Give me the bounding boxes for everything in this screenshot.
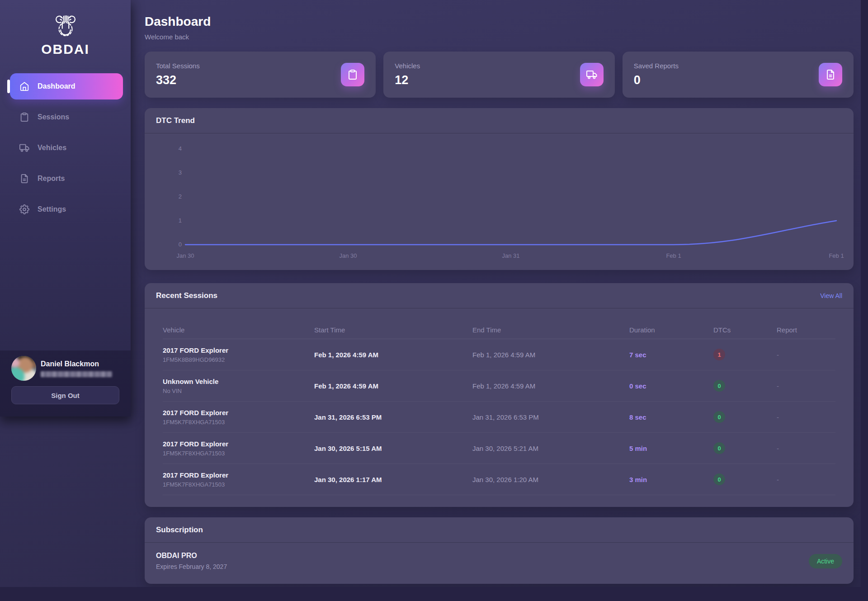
svg-text:Jan 30: Jan 30 — [176, 252, 194, 259]
sidebar-item-dashboard[interactable]: Dashboard — [10, 73, 123, 99]
sessions-table: VehicleStart TimeEnd TimeDurationDTCsRep… — [145, 321, 854, 495]
file-icon — [19, 174, 29, 184]
vehicle-name: 2017 FORD Explorer — [163, 471, 314, 479]
stat-icon-box — [580, 63, 604, 86]
duration: 3 min — [629, 476, 713, 483]
session-row[interactable]: 2017 FORD Explorer1FM5K7F8XHGA71503Jan 3… — [163, 433, 835, 464]
user-name: Daniel Blackmon — [41, 360, 112, 368]
session-row[interactable]: 2017 FORD Explorer1FM5K7F8XHGA71503Jan 3… — [163, 464, 835, 495]
gear-icon — [19, 204, 29, 214]
svg-text:2: 2 — [179, 193, 182, 200]
clipboard-icon — [19, 112, 29, 122]
sessions-table-body: 2017 FORD Explorer1FM5K8B89HGD96932Feb 1… — [163, 339, 835, 495]
start-time: Feb 1, 2026 4:59 AM — [314, 351, 472, 359]
sidebar-item-label: Sessions — [38, 113, 69, 121]
truck-icon — [19, 143, 29, 153]
end-time: Feb 1, 2026 4:59 AM — [472, 382, 629, 390]
sidebar-item-vehicles[interactable]: Vehicles — [10, 135, 123, 161]
dtc-count-badge: 1 — [713, 349, 725, 360]
start-time: Feb 1, 2026 4:59 AM — [314, 382, 472, 390]
stat-value: 0 — [634, 73, 679, 87]
dtc-count-badge: 0 — [713, 380, 725, 392]
stat-label: Total Sessions — [156, 62, 200, 70]
dtc-count-badge: 0 — [713, 411, 725, 423]
sign-out-button[interactable]: Sign Out — [11, 386, 119, 404]
vehicle-vin: 1FM5K8B89HGD96932 — [163, 356, 314, 363]
subscription-plan: OBDAI PRO — [156, 552, 227, 560]
duration: 0 sec — [629, 382, 713, 390]
dtc-trend-card: DTC Trend 01234Jan 30Jan 30Jan 31Feb 1Fe… — [145, 108, 854, 270]
svg-text:0: 0 — [179, 241, 182, 248]
sidebar-item-label: Vehicles — [38, 144, 66, 152]
sessions-table-header: VehicleStart TimeEnd TimeDurationDTCsRep… — [163, 321, 835, 339]
duration: 5 min — [629, 445, 713, 452]
stat-card-vehicles: Vehicles12 — [383, 52, 614, 98]
sidebar-item-settings[interactable]: Settings — [10, 196, 123, 222]
main-content: Dashboard Welcome back Total Sessions332… — [131, 0, 861, 587]
logo: OBDAI — [0, 0, 131, 57]
report-cell: - — [777, 445, 835, 452]
avatar — [11, 356, 36, 381]
page-title: Dashboard — [145, 14, 854, 29]
line-chart: 01234Jan 30Jan 30Jan 31Feb 1Feb 1 — [145, 134, 854, 270]
sidebar-item-label: Reports — [38, 175, 65, 183]
svg-text:Feb 1: Feb 1 — [829, 252, 844, 259]
sessions-title: Recent Sessions — [156, 291, 217, 300]
report-cell: - — [777, 413, 835, 421]
session-row[interactable]: 2017 FORD Explorer1FM5K7F8XHGA71503Jan 3… — [163, 402, 835, 433]
session-row[interactable]: 2017 FORD Explorer1FM5K8B89HGD96932Feb 1… — [163, 339, 835, 370]
session-row[interactable]: Unknown VehicleNo VINFeb 1, 2026 4:59 AM… — [163, 370, 835, 402]
home-icon — [19, 81, 29, 91]
view-all-link[interactable]: View All — [820, 292, 842, 299]
subscription-expiry: Expires February 8, 2027 — [156, 563, 227, 570]
start-time: Jan 30, 2026 5:15 AM — [314, 445, 472, 452]
vehicle-vin: 1FM5K7F8XHGA71503 — [163, 450, 314, 457]
stat-label: Vehicles — [395, 62, 420, 70]
svg-text:1: 1 — [179, 217, 182, 224]
obdai-logo-icon — [52, 14, 79, 40]
subscription-card: Subscription OBDAI PRO Expires February … — [145, 517, 854, 584]
end-time: Jan 30, 2026 1:20 AM — [472, 476, 629, 483]
vehicle-vin: No VIN — [163, 388, 314, 394]
sidebar-item-reports[interactable]: Reports — [10, 166, 123, 192]
svg-text:3: 3 — [179, 169, 182, 176]
column-header-duration: Duration — [629, 326, 713, 334]
recent-sessions-card: Recent Sessions View All VehicleStart Ti… — [145, 283, 854, 507]
vehicle-name: 2017 FORD Explorer — [163, 409, 314, 416]
column-header-start-time: Start Time — [314, 326, 472, 334]
svg-text:Jan 31: Jan 31 — [502, 252, 519, 259]
stat-value: 332 — [156, 73, 200, 87]
stat-icon-box — [819, 63, 842, 86]
svg-text:Jan 30: Jan 30 — [339, 252, 357, 259]
dtc-count-badge: 0 — [713, 473, 725, 485]
stat-value: 12 — [395, 73, 420, 87]
vehicle-name: 2017 FORD Explorer — [163, 440, 314, 448]
sidebar-item-sessions[interactable]: Sessions — [10, 104, 123, 130]
column-header-report: Report — [777, 326, 835, 334]
column-header-vehicle: Vehicle — [163, 326, 314, 334]
vehicle-vin: 1FM5K7F8XHGA71503 — [163, 481, 314, 488]
stat-card-total-sessions: Total Sessions332 — [145, 52, 376, 98]
file-icon — [825, 69, 836, 80]
report-cell: - — [777, 351, 835, 359]
column-header-dtcs: DTCs — [713, 326, 777, 334]
duration: 7 sec — [629, 351, 713, 359]
report-cell: - — [777, 476, 835, 483]
stat-cards: Total Sessions332Vehicles12Saved Reports… — [145, 52, 854, 98]
stat-card-saved-reports: Saved Reports0 — [623, 52, 854, 98]
report-cell: - — [777, 382, 835, 390]
end-time: Jan 30, 2026 5:21 AM — [472, 445, 629, 452]
column-header-end-time: End Time — [472, 326, 629, 334]
end-time: Feb 1, 2026 4:59 AM — [472, 351, 629, 359]
vehicle-name: 2017 FORD Explorer — [163, 346, 314, 354]
clipboard-icon — [347, 69, 358, 80]
sidebar-nav: DashboardSessionsVehiclesReportsSettings — [0, 73, 131, 222]
svg-text:4: 4 — [179, 145, 182, 152]
user-profile: Daniel Blackmon Sign Out — [0, 350, 131, 416]
end-time: Jan 31, 2026 6:53 PM — [472, 413, 629, 421]
sidebar: OBDAI DashboardSessionsVehiclesReportsSe… — [0, 0, 131, 416]
start-time: Jan 31, 2026 6:53 PM — [314, 413, 472, 421]
sidebar-item-label: Dashboard — [38, 82, 75, 90]
svg-text:Feb 1: Feb 1 — [666, 252, 681, 259]
stat-label: Saved Reports — [634, 62, 679, 70]
